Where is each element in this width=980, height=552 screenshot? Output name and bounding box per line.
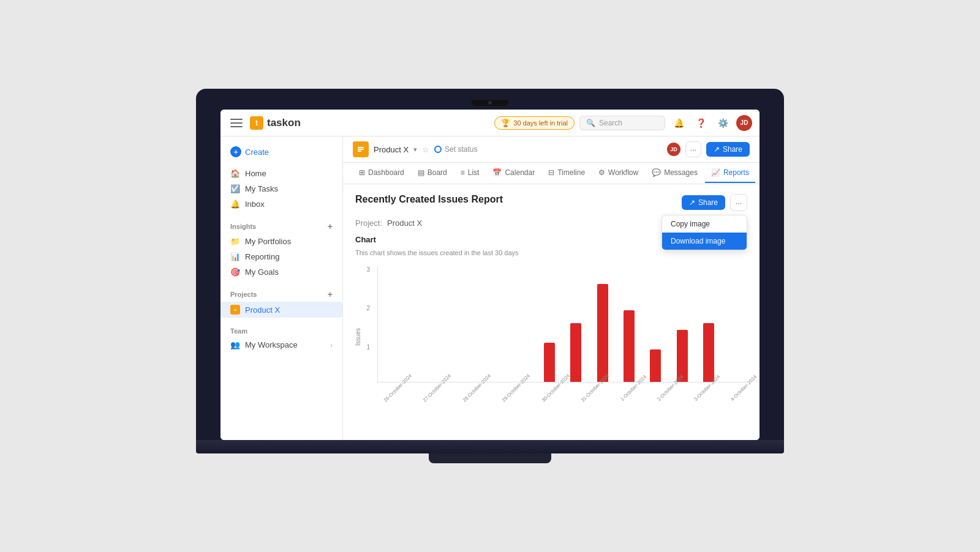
reports-tab-icon: 📈: [711, 168, 720, 177]
insights-label: Insights: [230, 223, 256, 230]
chart-bar: [624, 310, 635, 382]
sidebar-create-section: + Create: [221, 143, 342, 161]
my-tasks-label: My Tasks: [245, 184, 278, 193]
topbar-icons: 🔔 ❓ ⚙️ JD: [670, 114, 752, 132]
app-body: + Create 🏠 Home ☑️ My Tasks: [221, 136, 760, 440]
sidebar-item-my-workspace[interactable]: 👥 My Workspace ›: [221, 337, 342, 352]
sidebar-item-portfolios[interactable]: 📁 My Portfolios: [221, 234, 342, 249]
sidebar-projects-section: Projects + ≡ Product X: [221, 285, 342, 318]
y-label-3: 3: [366, 266, 370, 273]
share-label: Share: [723, 145, 742, 154]
chart-bar: [650, 349, 661, 382]
settings-button[interactable]: ⚙️: [714, 114, 731, 132]
tab-list[interactable]: ≡ List: [454, 163, 486, 183]
hamburger-button[interactable]: [228, 114, 245, 132]
portfolio-icon: 📁: [230, 237, 240, 246]
hamburger-line: [230, 126, 243, 127]
chart-y-axis: 3 2 1: [355, 266, 374, 382]
workflow-tab-label: Workflow: [608, 168, 638, 177]
copy-image-option[interactable]: Copy image: [662, 215, 747, 233]
hamburger-line: [230, 119, 243, 120]
sidebar-item-product-x[interactable]: ≡ Product X: [221, 302, 342, 318]
search-icon: 🔍: [586, 119, 595, 127]
tabs-bar: ⊞ Dashboard ▤ Board ≡ List: [343, 163, 760, 184]
tab-reports[interactable]: 📈 Reports: [705, 163, 755, 183]
board-tab-label: Board: [428, 168, 447, 177]
create-label: Create: [245, 147, 269, 157]
chart-bar: [597, 284, 608, 382]
sidebar-team-section: Team 👥 My Workspace ›: [221, 323, 342, 352]
create-button[interactable]: + Create: [221, 143, 342, 161]
board-tab-icon: ▤: [418, 168, 424, 177]
trial-text: 30 days left in trial: [513, 119, 568, 127]
sidebar-insights-section: Insights + 📁 My Portfolios 📊 Reporting: [221, 217, 342, 280]
tab-calendar[interactable]: 📅 Calendar: [486, 163, 541, 183]
svg-rect-4: [358, 149, 364, 150]
chart-bar: [544, 343, 555, 382]
project-share-button[interactable]: ↗ Share: [706, 142, 750, 157]
report-share-button[interactable]: ↗ Share: [682, 195, 725, 210]
search-box[interactable]: 🔍 Search: [579, 116, 665, 130]
chart-container: Issues 3 2 1 26-October-202427-October-2…: [355, 266, 747, 401]
project-avatar: JD: [667, 143, 680, 156]
screen-bezel: t taskon 🏆 30 days left in trial 🔍 Searc…: [196, 89, 784, 440]
y-label-1: 1: [366, 344, 370, 351]
report-title: Recently Created Issues Report: [355, 194, 503, 205]
tab-workflow[interactable]: ⚙ Workflow: [592, 163, 644, 183]
project-name: Product X: [374, 145, 409, 154]
help-button[interactable]: ❓: [692, 114, 709, 132]
app-logo: t taskon: [250, 116, 301, 130]
timeline-tab-icon: ⊟: [548, 168, 554, 177]
project-star-icon[interactable]: ☆: [422, 145, 429, 154]
tabs-more-button[interactable]: ···: [756, 163, 760, 183]
sidebar-item-my-goals[interactable]: 🎯 My Goals: [221, 264, 342, 280]
chart-x-labels: 26-October-202427-October-202428-October…: [377, 384, 747, 401]
messages-tab-icon: 💬: [652, 168, 661, 177]
tab-board[interactable]: ▤ Board: [412, 163, 453, 183]
calendar-tab-label: Calendar: [505, 168, 535, 177]
team-label: Team: [230, 327, 247, 335]
download-image-option[interactable]: Download image: [662, 233, 747, 250]
list-tab-icon: ≡: [461, 168, 465, 177]
tasks-icon: ☑️: [230, 184, 240, 193]
laptop-container: t taskon 🏆 30 days left in trial 🔍 Searc…: [196, 89, 784, 463]
product-x-label: Product X: [245, 305, 280, 315]
report-top: Recently Created Issues Report ↗ Share ·…: [355, 194, 747, 211]
project-dropdown-icon[interactable]: ▾: [413, 146, 417, 154]
trial-badge[interactable]: 🏆 30 days left in trial: [494, 116, 575, 130]
notification-button[interactable]: 🔔: [670, 114, 687, 132]
chart-bar: [570, 323, 581, 382]
app: t taskon 🏆 30 days left in trial 🔍 Searc…: [221, 110, 760, 440]
sidebar-item-home[interactable]: 🏠 Home: [221, 166, 342, 181]
messages-tab-label: Messages: [664, 168, 698, 177]
my-workspace-label: My Workspace: [245, 340, 298, 349]
set-status-button[interactable]: Set status: [434, 145, 477, 154]
chart-bar: [703, 323, 714, 382]
projects-add-button[interactable]: +: [328, 289, 333, 299]
user-avatar[interactable]: JD: [736, 115, 752, 131]
camera-dot: [488, 101, 492, 105]
portfolios-label: My Portfolios: [245, 237, 291, 246]
project-more-button[interactable]: ···: [685, 141, 701, 157]
insights-add-button[interactable]: +: [328, 222, 333, 231]
logo-icon: t: [250, 116, 263, 130]
project-header-left: Product X ▾ ☆ Set status: [353, 141, 662, 157]
chart-bar-group: [617, 310, 641, 382]
workspace-icon: 👥: [230, 340, 240, 349]
main-content: Product X ▾ ☆ Set status JD ···: [343, 136, 760, 440]
laptop-stand: [429, 453, 551, 463]
report-more-button[interactable]: ···: [730, 194, 747, 211]
sidebar-item-inbox[interactable]: 🔔 Inbox: [221, 196, 342, 212]
sidebar-item-my-tasks[interactable]: ☑️ My Tasks: [221, 181, 342, 196]
svg-text:≡: ≡: [234, 308, 236, 312]
dashboard-tab-label: Dashboard: [368, 168, 404, 177]
home-label: Home: [245, 169, 266, 178]
sidebar-item-reporting[interactable]: 📊 Reporting: [221, 249, 342, 264]
chart-bar-group: [537, 343, 561, 382]
tab-timeline[interactable]: ⊟ Timeline: [542, 163, 591, 183]
reporting-icon: 📊: [230, 252, 240, 261]
report-content: Recently Created Issues Report ↗ Share ·…: [343, 184, 760, 440]
tab-messages[interactable]: 💬 Messages: [646, 163, 704, 183]
hamburger-line: [230, 122, 243, 124]
tab-dashboard[interactable]: ⊞ Dashboard: [353, 163, 410, 183]
